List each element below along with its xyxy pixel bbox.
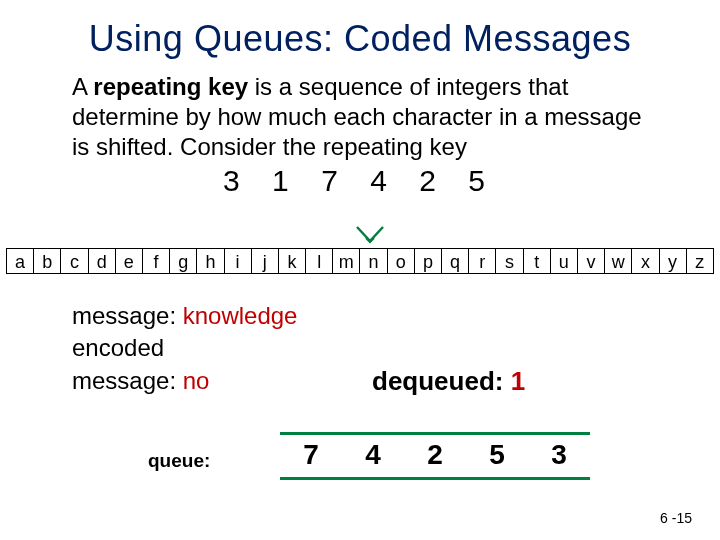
alpha-cell: o bbox=[387, 248, 414, 274]
alpha-cell: s bbox=[495, 248, 522, 274]
queue-cell: 2 bbox=[404, 435, 466, 477]
encoded-label: message: bbox=[72, 367, 183, 394]
repeating-key-term: repeating key bbox=[93, 73, 248, 100]
slide: Using Queues: Coded Messages A repeating… bbox=[0, 0, 720, 540]
alpha-cell: x bbox=[631, 248, 658, 274]
alpha-cell: g bbox=[169, 248, 196, 274]
alpha-cell: e bbox=[115, 248, 142, 274]
queue-label: queue: bbox=[148, 450, 210, 472]
encoded-line-1: encoded bbox=[72, 332, 680, 364]
alphabet-row: abcdefghijklmnopqrstuvwxyz bbox=[6, 248, 714, 274]
alpha-cell: r bbox=[468, 248, 495, 274]
queue-cell: 7 bbox=[280, 435, 342, 477]
alpha-cell: l bbox=[305, 248, 332, 274]
alpha-cell: f bbox=[142, 248, 169, 274]
message-line: message: knowledge bbox=[72, 300, 680, 332]
queue-cell: 5 bbox=[466, 435, 528, 477]
alpha-cell: q bbox=[441, 248, 468, 274]
definition-paragraph: A repeating key is a sequence of integer… bbox=[0, 60, 720, 162]
key-digits: 3 1 7 4 2 5 bbox=[0, 162, 720, 198]
alpha-cell: p bbox=[414, 248, 441, 274]
alpha-cell: m bbox=[332, 248, 359, 274]
alpha-cell: j bbox=[251, 248, 278, 274]
alpha-cell: i bbox=[224, 248, 251, 274]
slide-number: 6 -15 bbox=[660, 510, 692, 526]
dequeued-label: dequeued: bbox=[372, 366, 511, 396]
slide-title: Using Queues: Coded Messages bbox=[0, 0, 720, 60]
alpha-cell: u bbox=[550, 248, 577, 274]
alpha-cell: v bbox=[577, 248, 604, 274]
alpha-cell: c bbox=[60, 248, 87, 274]
queue-cell: 4 bbox=[342, 435, 404, 477]
alpha-cell: h bbox=[196, 248, 223, 274]
queue-box: 74253 bbox=[280, 432, 590, 480]
body-block: message: knowledge encoded message: no d… bbox=[72, 300, 680, 397]
encoded-value: no bbox=[183, 367, 210, 394]
alpha-cell: k bbox=[278, 248, 305, 274]
para-prefix: A bbox=[72, 73, 93, 100]
alpha-cell: t bbox=[523, 248, 550, 274]
alpha-cell: a bbox=[6, 248, 33, 274]
message-label: message: bbox=[72, 302, 183, 329]
dequeued-value: 1 bbox=[511, 366, 525, 396]
message-value: knowledge bbox=[183, 302, 298, 329]
alpha-cell: z bbox=[686, 248, 714, 274]
alpha-cell: n bbox=[359, 248, 386, 274]
alpha-cell: w bbox=[604, 248, 631, 274]
alpha-cell: y bbox=[659, 248, 686, 274]
alpha-cell: d bbox=[88, 248, 115, 274]
dequeued-line: dequeued: 1 bbox=[372, 366, 525, 397]
alpha-cell: b bbox=[33, 248, 60, 274]
arrow-icon bbox=[355, 225, 385, 245]
queue-cell: 3 bbox=[528, 435, 590, 477]
